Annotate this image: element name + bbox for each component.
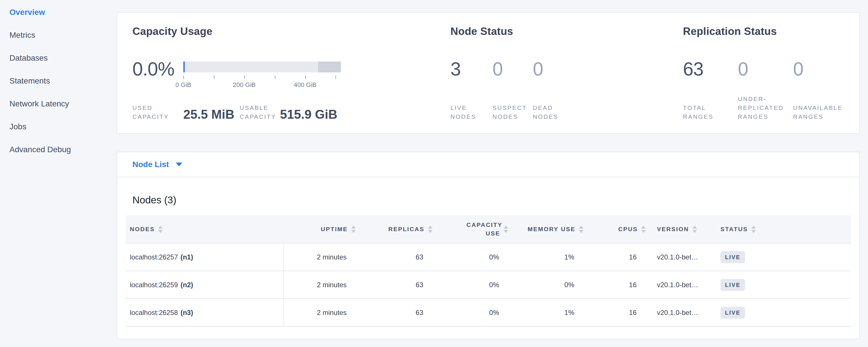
live-nodes-label: LIVE NODES: [451, 103, 476, 121]
version-cell: v20.1.0-bet…: [646, 299, 719, 326]
live-nodes-value: 3: [451, 58, 461, 80]
replicas-cell: 63: [356, 244, 432, 271]
uptime-cell: 2 minutes: [284, 299, 356, 326]
capacity-bar-overflow-segment: [318, 62, 341, 72]
caret-down-icon: [176, 162, 182, 166]
node-list-card-header: Node List: [117, 152, 859, 177]
used-capacity-label: USED CAPACITY: [132, 103, 169, 121]
axis-label-0gib: 0 GiB: [175, 81, 191, 89]
status-cell: LIVE: [719, 244, 851, 271]
uptime-cell: 2 minutes: [284, 244, 356, 271]
suspect-nodes-value: 0: [493, 58, 503, 80]
uptime-cell: 2 minutes: [284, 271, 356, 298]
dead-nodes-label: DEAD NODES: [533, 103, 559, 121]
capacity-usage-bar: [183, 62, 341, 72]
replicas-cell: 63: [356, 271, 432, 298]
column-header-nodes[interactable]: NODES: [126, 215, 284, 243]
column-header-status[interactable]: STATUS: [719, 215, 851, 243]
node-list-dropdown[interactable]: Node List: [132, 160, 182, 169]
under-replicated-ranges-value: 0: [738, 58, 748, 80]
table-row: localhost:26258(n3) 2 minutes 63 0% 1% 1…: [126, 299, 851, 327]
status-badge: LIVE: [720, 251, 745, 263]
cpus-cell: 16: [583, 299, 646, 326]
status-cell: LIVE: [719, 271, 851, 298]
sidebar-item-advanced-debug[interactable]: Advanced Debug: [9, 145, 117, 155]
column-header-cpus[interactable]: CPUS: [583, 215, 646, 243]
cluster-summary-card: Capacity Usage 0.0% 0 GiB 200 GiB 400 Gi…: [117, 12, 860, 134]
unavailable-ranges-value: 0: [793, 58, 803, 80]
column-header-memory-use[interactable]: MEMORY USE: [508, 215, 583, 243]
capacity-usage-title: Capacity Usage: [132, 26, 213, 37]
status-badge: LIVE: [720, 307, 745, 319]
capacity-used-percent: 0.0%: [132, 58, 174, 80]
capacity-axis-ticks: [183, 75, 341, 79]
status-badge: LIVE: [720, 279, 745, 291]
nodes-table-header: NODES UPTIME REPLICAS CAPACITY USE MEMOR…: [126, 215, 851, 244]
sort-icon: [158, 226, 163, 233]
capacity-use-cell: 0%: [432, 271, 508, 298]
used-capacity-value: 25.5 MiB: [183, 107, 235, 122]
cpus-cell: 16: [583, 271, 646, 298]
sort-icon: [641, 226, 646, 233]
sort-icon: [504, 226, 508, 233]
sidebar: Overview Metrics Databases Statements Ne…: [0, 0, 117, 347]
axis-label-400gib: 400 GiB: [294, 81, 317, 89]
sort-icon: [692, 226, 697, 233]
capacity-use-cell: 0%: [432, 299, 508, 326]
sort-icon: [428, 226, 432, 233]
node-address-cell[interactable]: localhost:26259(n2): [126, 271, 284, 298]
total-ranges-value: 63: [683, 58, 703, 80]
under-replicated-ranges-label: UNDER- REPLICATED RANGES: [738, 94, 784, 121]
node-address-cell[interactable]: localhost:26258(n3): [126, 299, 284, 326]
capacity-use-cell: 0%: [432, 244, 508, 271]
axis-label-200gib: 200 GiB: [233, 81, 256, 89]
column-header-uptime[interactable]: UPTIME: [284, 215, 356, 243]
sidebar-item-overview[interactable]: Overview: [9, 7, 117, 17]
usable-capacity-value: 515.9 GiB: [280, 107, 338, 122]
node-address-cell[interactable]: localhost:26257(n1): [126, 244, 284, 271]
capacity-bar-used-segment: [183, 62, 185, 72]
dead-nodes-value: 0: [533, 58, 543, 80]
column-header-capacity-use[interactable]: CAPACITY USE: [432, 215, 508, 243]
replication-status-title: Replication Status: [683, 26, 777, 37]
memory-use-cell: 1%: [508, 244, 583, 271]
version-cell: v20.1.0-bet…: [646, 271, 719, 298]
table-row: localhost:26259(n2) 2 minutes 63 0% 0% 1…: [126, 271, 851, 299]
node-list-dropdown-label: Node List: [132, 160, 169, 169]
replicas-cell: 63: [356, 299, 432, 326]
memory-use-cell: 1%: [508, 299, 583, 326]
suspect-nodes-label: SUSPECT NODES: [493, 103, 527, 121]
status-cell: LIVE: [719, 299, 851, 326]
nodes-table: NODES UPTIME REPLICAS CAPACITY USE MEMOR…: [126, 215, 851, 327]
cpus-cell: 16: [583, 244, 646, 271]
node-status-title: Node Status: [451, 26, 513, 37]
version-cell: v20.1.0-bet…: [646, 244, 719, 271]
memory-use-cell: 0%: [508, 271, 583, 298]
column-header-replicas[interactable]: REPLICAS: [356, 215, 432, 243]
sidebar-item-statements[interactable]: Statements: [9, 76, 117, 86]
sort-icon: [579, 226, 583, 233]
sort-icon: [751, 226, 756, 233]
sidebar-item-databases[interactable]: Databases: [9, 53, 117, 63]
table-row: localhost:26257(n1) 2 minutes 63 0% 1% 1…: [126, 244, 851, 271]
sidebar-item-network-latency[interactable]: Network Latency: [9, 99, 117, 109]
sort-icon: [351, 226, 356, 233]
sidebar-item-jobs[interactable]: Jobs: [9, 122, 117, 132]
capacity-axis-labels: 0 GiB 200 GiB 400 GiB: [183, 81, 341, 90]
column-header-version[interactable]: VERSION: [646, 215, 719, 243]
nodes-heading: Nodes (3): [132, 194, 177, 206]
unavailable-ranges-label: UNAVAILABLE RANGES: [793, 103, 842, 121]
sidebar-item-metrics[interactable]: Metrics: [9, 30, 117, 40]
total-ranges-label: TOTAL RANGES: [683, 103, 714, 121]
node-list-card: Node List Nodes (3) NODES UPTIME REPLICA…: [117, 152, 860, 339]
usable-capacity-label: USABLE CAPACITY: [240, 103, 276, 121]
